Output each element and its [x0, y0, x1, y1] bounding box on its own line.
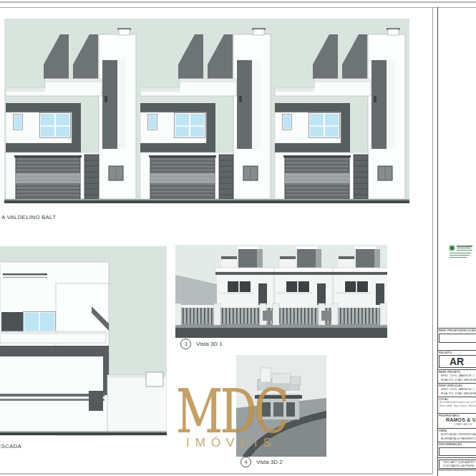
titleblock-section-obra: OBRA: EDIFICAÇÃO RESIDENCIAL UNI ALVENAR… — [437, 428, 476, 442]
prefeitura-stamp-logo-icon — [449, 245, 455, 251]
sheet-frame-line-vertical — [432, 7, 433, 474]
prefeitura-stamp — [448, 243, 475, 263]
side-elevation-drawing — [0, 246, 167, 438]
sheet-frame-line-top — [0, 7, 476, 8]
street-label: A VALDELINO BALT — [1, 214, 56, 220]
titleblock-section-descriminacao: DESCRIMINAÇÃO: — [437, 442, 476, 457]
vista-3d-2-image — [236, 355, 326, 457]
resp-projeto-line2: RUA 751 JOÃO MEDEIRO — [439, 378, 476, 382]
descriminacao-box — [439, 447, 476, 456]
obra-line2: ALVENARIA 04 PAVIMENTOS — [439, 437, 476, 441]
vista-3d-2-marker: 4 — [241, 457, 251, 467]
vista-3d-2-caption: 4 Vista 3D 2 — [241, 457, 283, 467]
titleblock-section-declaracao: DECLARO QUE A APRO POR PARTE DA PREFE — [437, 457, 476, 470]
vista-3d-1-caption: 3 Vista 3D 1 — [180, 339, 223, 349]
local-line1: Rua Valdelino Balt esquina com rua 751 P… — [439, 401, 476, 404]
proprietario-value: RAMOS & VA — [439, 417, 476, 422]
titleblock-section-blank — [437, 470, 476, 476]
drawing-sheet: A VALDELINO BALT ESCADA — [0, 0, 476, 476]
projeto-value: AR — [439, 355, 476, 368]
titleblock-section-resp-execucao: RESP. EXECUÇÃO: ENG. CIVIL JANNICE J RUA… — [437, 383, 476, 397]
resp-execucao-line2: RUA 751 JOÃO MEDEIRO — [439, 392, 476, 396]
vista-3d-1-image — [175, 245, 387, 338]
titleblock-section-resp-projeto: RESP. PROJETO: ENG. CIVIL JANNICE J RUA … — [437, 369, 476, 383]
vista-3d-1-marker: 3 — [180, 339, 191, 349]
declaracao-box: DECLARO QUE A APRO POR PARTE DA PREFE — [439, 460, 476, 469]
declaracao-line2: POR PARTE DA PREFE — [441, 465, 476, 468]
resp-proj-exec-box — [439, 334, 476, 343]
stair-label: ESCADA — [0, 443, 21, 450]
titleblock-section-local: LOCAL: Rua Valdelino Balt esquina com ru… — [437, 397, 476, 413]
resp-proj-exec-label: RESP. PROJETO/EXECUÇÃO: — [439, 329, 476, 332]
projeto-label: PROJETO: — [439, 351, 476, 354]
titleblock-section-resp-proj-exec: RESP. PROJETO/EXECUÇÃO: — [437, 328, 476, 350]
sheet-bottom-edge — [0, 473, 432, 475]
titleblock-section-proprietario: PROPRIETÁRIO: RAMOS & VA CNPJ 84.13 — [437, 413, 476, 428]
title-block: RESP. PROJETO/EXECUÇÃO: PROJETO: AR RESP… — [437, 328, 476, 476]
front-elevation-drawing — [4, 19, 409, 205]
vista-3d-2-label: Vista 3D 2 — [256, 459, 283, 465]
descriminacao-label: DESCRIMINAÇÃO: — [439, 443, 476, 446]
proprietario-cnpj: CNPJ 84.13 — [439, 422, 476, 426]
sheet-top-edge — [0, 1, 476, 3]
local-line2: Bairro Jardim - Barra Capiva - Balneário… — [439, 404, 476, 408]
vista-3d-1-label: Vista 3D 1 — [196, 341, 223, 347]
titleblock-section-projeto: PROJETO: AR — [437, 350, 476, 369]
